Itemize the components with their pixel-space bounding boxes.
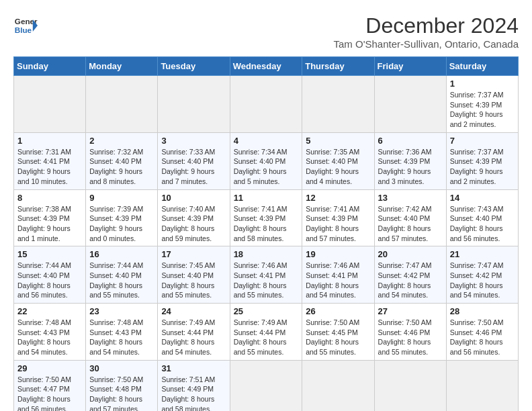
day-number: 31	[161, 363, 226, 373]
day-info: Sunrise: 7:50 AMSunset: 4:45 PMDaylight:…	[306, 318, 370, 357]
day-info: Sunrise: 7:46 AMSunset: 4:41 PMDaylight:…	[306, 261, 370, 300]
day-info: Sunrise: 7:40 AMSunset: 4:39 PMDaylight:…	[161, 204, 226, 244]
day-info: Sunrise: 7:43 AMSunset: 4:40 PMDaylight:…	[450, 204, 515, 244]
day-number: 18	[234, 249, 299, 259]
day-info: Sunrise: 7:42 AMSunset: 4:40 PMDaylight:…	[378, 204, 443, 244]
day-number: 22	[17, 306, 82, 316]
day-info: Sunrise: 7:48 AMSunset: 4:43 PMDaylight:…	[89, 318, 154, 357]
calendar-day-cell: 24Sunrise: 7:49 AMSunset: 4:44 PMDayligh…	[158, 304, 230, 361]
month-title: December 2024	[333, 13, 519, 38]
day-info: Sunrise: 7:49 AMSunset: 4:44 PMDaylight:…	[161, 318, 226, 357]
day-number: 27	[378, 306, 443, 316]
calendar-day-cell: 10Sunrise: 7:40 AMSunset: 4:39 PMDayligh…	[158, 189, 230, 246]
day-number: 28	[450, 306, 515, 316]
day-number: 8	[17, 193, 82, 203]
day-number: 20	[378, 249, 443, 259]
day-number: 6	[378, 136, 443, 146]
calendar-day-cell: 2Sunrise: 7:32 AMSunset: 4:40 PMDaylight…	[86, 132, 158, 189]
day-info: Sunrise: 7:35 AMSunset: 4:40 PMDaylight:…	[306, 147, 370, 187]
day-info: Sunrise: 7:38 AMSunset: 4:39 PMDaylight:…	[17, 204, 82, 244]
calendar-day-cell	[446, 360, 518, 411]
logo-icon: General Blue	[13, 13, 38, 38]
location-subtitle: Tam O'Shanter-Sullivan, Ontario, Canada	[333, 38, 519, 50]
day-number: 19	[306, 249, 370, 259]
calendar-day-cell	[14, 76, 86, 133]
day-number: 1	[450, 79, 515, 89]
day-info: Sunrise: 7:37 AMSunset: 4:39 PMDaylight:…	[450, 147, 515, 187]
day-number: 12	[306, 193, 370, 203]
day-of-week-header: Friday	[374, 57, 446, 76]
calendar-day-cell: 25Sunrise: 7:49 AMSunset: 4:44 PMDayligh…	[230, 304, 302, 361]
calendar-day-cell	[374, 360, 446, 411]
day-info: Sunrise: 7:34 AMSunset: 4:40 PMDaylight:…	[234, 147, 299, 187]
day-info: Sunrise: 7:41 AMSunset: 4:39 PMDaylight:…	[234, 204, 299, 244]
day-info: Sunrise: 7:50 AMSunset: 4:48 PMDaylight:…	[89, 375, 154, 411]
day-number: 5	[306, 136, 370, 146]
calendar-day-cell: 17Sunrise: 7:45 AMSunset: 4:40 PMDayligh…	[158, 246, 230, 304]
day-info: Sunrise: 7:50 AMSunset: 4:46 PMDaylight:…	[378, 318, 443, 357]
calendar-day-cell: 11Sunrise: 7:41 AMSunset: 4:39 PMDayligh…	[230, 189, 302, 246]
svg-text:Blue: Blue	[15, 26, 32, 34]
day-info: Sunrise: 7:48 AMSunset: 4:43 PMDaylight:…	[17, 318, 82, 357]
day-info: Sunrise: 7:46 AMSunset: 4:41 PMDaylight:…	[234, 261, 299, 300]
calendar-day-cell: 21Sunrise: 7:47 AMSunset: 4:42 PMDayligh…	[446, 246, 518, 304]
day-info: Sunrise: 7:51 AMSunset: 4:49 PMDaylight:…	[161, 375, 226, 411]
day-number: 13	[378, 193, 443, 203]
day-of-week-header: Wednesday	[230, 57, 302, 76]
calendar-day-cell: 1Sunrise: 7:31 AMSunset: 4:41 PMDaylight…	[14, 132, 86, 189]
calendar-day-cell: 29Sunrise: 7:50 AMSunset: 4:47 PMDayligh…	[14, 360, 86, 411]
day-number: 23	[89, 306, 154, 316]
day-info: Sunrise: 7:47 AMSunset: 4:42 PMDaylight:…	[450, 261, 515, 300]
day-info: Sunrise: 7:37 AMSunset: 4:39 PMDaylight:…	[450, 90, 515, 130]
calendar-day-cell: 12Sunrise: 7:41 AMSunset: 4:39 PMDayligh…	[302, 189, 374, 246]
day-number: 15	[17, 249, 82, 259]
calendar-day-cell: 16Sunrise: 7:44 AMSunset: 4:40 PMDayligh…	[86, 246, 158, 304]
calendar-table: SundayMondayTuesdayWednesdayThursdayFrid…	[13, 56, 519, 411]
day-info: Sunrise: 7:41 AMSunset: 4:39 PMDaylight:…	[306, 204, 370, 244]
day-number: 11	[234, 193, 299, 203]
day-info: Sunrise: 7:32 AMSunset: 4:40 PMDaylight:…	[89, 147, 154, 187]
calendar-day-cell: 3Sunrise: 7:33 AMSunset: 4:40 PMDaylight…	[158, 132, 230, 189]
day-info: Sunrise: 7:45 AMSunset: 4:40 PMDaylight:…	[161, 261, 226, 300]
day-number: 1	[17, 136, 82, 146]
day-number: 3	[161, 136, 226, 146]
calendar-day-cell: 6Sunrise: 7:36 AMSunset: 4:39 PMDaylight…	[374, 132, 446, 189]
calendar-day-cell: 7Sunrise: 7:37 AMSunset: 4:39 PMDaylight…	[446, 132, 518, 189]
day-info: Sunrise: 7:47 AMSunset: 4:42 PMDaylight:…	[378, 261, 443, 300]
calendar-week-row: 1Sunrise: 7:37 AMSunset: 4:39 PMDaylight…	[14, 76, 519, 133]
day-number: 2	[89, 136, 154, 146]
calendar-day-cell: 1Sunrise: 7:37 AMSunset: 4:39 PMDaylight…	[446, 76, 518, 133]
day-number: 30	[89, 363, 154, 373]
calendar-day-cell	[86, 76, 158, 133]
calendar-day-cell: 20Sunrise: 7:47 AMSunset: 4:42 PMDayligh…	[374, 246, 446, 304]
day-number: 10	[161, 193, 226, 203]
calendar-day-cell: 23Sunrise: 7:48 AMSunset: 4:43 PMDayligh…	[86, 304, 158, 361]
calendar-day-cell: 26Sunrise: 7:50 AMSunset: 4:45 PMDayligh…	[302, 304, 374, 361]
day-info: Sunrise: 7:50 AMSunset: 4:47 PMDaylight:…	[17, 375, 82, 411]
title-area: December 2024 Tam O'Shanter-Sullivan, On…	[333, 13, 519, 50]
calendar-day-cell: 5Sunrise: 7:35 AMSunset: 4:40 PMDaylight…	[302, 132, 374, 189]
day-info: Sunrise: 7:39 AMSunset: 4:39 PMDaylight:…	[89, 204, 154, 244]
calendar-week-row: 8Sunrise: 7:38 AMSunset: 4:39 PMDaylight…	[14, 189, 519, 246]
header: General Blue December 2024 Tam O'Shanter…	[13, 13, 519, 50]
day-info: Sunrise: 7:44 AMSunset: 4:40 PMDaylight:…	[89, 261, 154, 300]
calendar-day-cell: 18Sunrise: 7:46 AMSunset: 4:41 PMDayligh…	[230, 246, 302, 304]
day-info: Sunrise: 7:49 AMSunset: 4:44 PMDaylight:…	[234, 318, 299, 357]
day-number: 7	[450, 136, 515, 146]
calendar-week-row: 1Sunrise: 7:31 AMSunset: 4:41 PMDaylight…	[14, 132, 519, 189]
calendar-day-cell: 15Sunrise: 7:44 AMSunset: 4:40 PMDayligh…	[14, 246, 86, 304]
calendar-day-cell: 27Sunrise: 7:50 AMSunset: 4:46 PMDayligh…	[374, 304, 446, 361]
calendar-day-cell: 30Sunrise: 7:50 AMSunset: 4:48 PMDayligh…	[86, 360, 158, 411]
calendar-day-cell	[158, 76, 230, 133]
day-of-week-header: Saturday	[446, 57, 518, 76]
calendar-day-cell: 31Sunrise: 7:51 AMSunset: 4:49 PMDayligh…	[158, 360, 230, 411]
calendar-day-cell: 22Sunrise: 7:48 AMSunset: 4:43 PMDayligh…	[14, 304, 86, 361]
day-info: Sunrise: 7:36 AMSunset: 4:39 PMDaylight:…	[378, 147, 443, 187]
calendar-week-row: 15Sunrise: 7:44 AMSunset: 4:40 PMDayligh…	[14, 246, 519, 304]
calendar-day-cell	[302, 76, 374, 133]
calendar-day-cell: 14Sunrise: 7:43 AMSunset: 4:40 PMDayligh…	[446, 189, 518, 246]
day-info: Sunrise: 7:31 AMSunset: 4:41 PMDaylight:…	[17, 147, 82, 187]
calendar-header-row: SundayMondayTuesdayWednesdayThursdayFrid…	[14, 57, 519, 76]
calendar-day-cell: 4Sunrise: 7:34 AMSunset: 4:40 PMDaylight…	[230, 132, 302, 189]
day-of-week-header: Tuesday	[158, 57, 230, 76]
